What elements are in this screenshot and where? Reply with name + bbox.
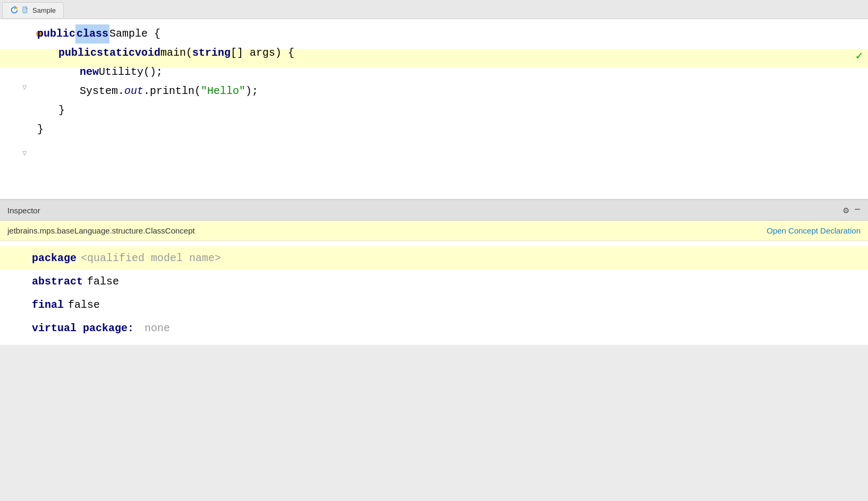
tab-label: Sample — [32, 6, 56, 14]
fold-arrow-method[interactable]: ▽ — [22, 149, 27, 158]
concept-path: jetbrains.mps.baseLanguage.structure.Cla… — [7, 226, 195, 235]
editor-area[interactable]: ▽ ▽ ✓ public class Sample { public stati… — [0, 19, 868, 200]
inspector-content: package <qualified model name> abstract … — [0, 241, 868, 345]
inspector-row-virtual-package: virtual package: none — [32, 316, 836, 340]
code-line-4: System.out.println("Hello"); — [37, 82, 857, 101]
tab-bar: Sample — [0, 0, 868, 19]
code-line-1: public class Sample { — [37, 24, 857, 44]
code-line-2: public static void main(string[] args) { — [37, 44, 857, 63]
code-line-3: new Utility(); — [37, 63, 857, 82]
inspector-header: Inspector ⚙ − — [0, 200, 868, 221]
svg-point-0 — [15, 7, 18, 9]
file-icon — [22, 6, 29, 14]
svg-rect-1 — [23, 7, 27, 13]
concept-row: jetbrains.mps.baseLanguage.structure.Cla… — [0, 221, 868, 241]
code-line-6: } — [37, 120, 857, 139]
minimize-icon[interactable]: − — [854, 205, 861, 215]
refresh-icon — [10, 6, 19, 14]
inspector-actions: ⚙ − — [843, 204, 861, 216]
inspector-title: Inspector — [7, 206, 40, 215]
gear-icon[interactable]: ⚙ — [843, 204, 849, 216]
tab-sample[interactable]: Sample — [2, 2, 64, 18]
inspector-row-abstract: abstract false — [32, 270, 836, 293]
inspector-row-package: package <qualified model name> — [0, 246, 868, 270]
inspector-row-final: final false — [32, 293, 836, 316]
open-concept-link[interactable]: Open Concept Declaration — [767, 226, 861, 235]
code-content: public class Sample { public static void… — [0, 19, 868, 144]
code-line-5: } — [37, 101, 857, 120]
inspector-panel: Inspector ⚙ − jetbrains.mps.baseLanguage… — [0, 200, 868, 501]
